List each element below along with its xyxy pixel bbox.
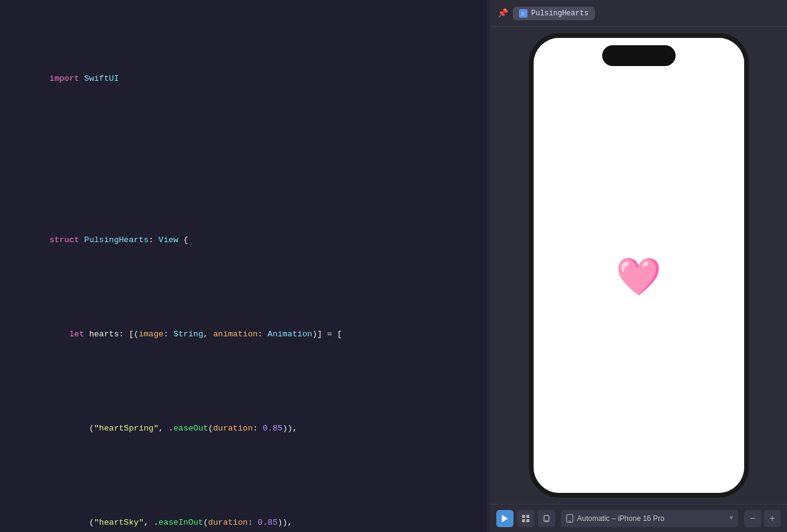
code-line: import SwiftUI	[0, 59, 487, 99]
svg-text:S: S	[521, 12, 524, 16]
preview-tab[interactable]: S PulsingHearts	[513, 7, 595, 20]
grid-button[interactable]	[517, 510, 534, 527]
code-line: let hearts: [(image: String, animation: …	[0, 314, 487, 355]
code-line	[0, 153, 487, 166]
code-line: ("heartSpring", .easeOut(duration: 0.85)…	[0, 408, 487, 449]
zoom-in-button[interactable]: +	[764, 510, 781, 527]
preview-bottombar: Automatic – iPhone 16 Pro ▼ − +	[490, 504, 787, 532]
svg-rect-6	[526, 519, 529, 522]
zoom-out-button[interactable]: −	[744, 510, 761, 527]
device-settings-button[interactable]	[538, 510, 555, 527]
pin-icon[interactable]: 📌	[498, 8, 508, 18]
heart-container: 🩷	[534, 38, 744, 493]
device-chevron-icon: ▼	[729, 515, 733, 522]
code-line: ("heartSky", .easeInOut(duration: 0.85))…	[0, 503, 487, 532]
device-selector[interactable]: Automatic – iPhone 16 Pro ▼	[561, 510, 738, 527]
svg-rect-4	[526, 515, 529, 518]
dynamic-island	[602, 45, 676, 66]
heart-emoji: 🩷	[616, 255, 662, 300]
phone-preview-area: 🩷	[490, 27, 787, 504]
svg-marker-2	[502, 515, 508, 522]
preview-tab-label: PulsingHearts	[531, 9, 589, 18]
preview-panel: 📌 S PulsingHearts 🩷	[490, 0, 787, 532]
code-line: struct PulsingHearts: View {	[0, 220, 487, 260]
svg-rect-5	[522, 519, 525, 522]
zoom-controls: − +	[744, 510, 781, 527]
device-selector-text: Automatic – iPhone 16 Pro	[577, 514, 665, 523]
code-editor[interactable]: import SwiftUI struct PulsingHearts: Vie…	[0, 0, 487, 532]
swift-file-icon: S	[519, 9, 528, 18]
code-content: import SwiftUI struct PulsingHearts: Vie…	[0, 0, 487, 532]
iphone-frame: 🩷	[529, 33, 749, 498]
preview-topbar: 📌 S PulsingHearts	[490, 0, 787, 27]
svg-rect-3	[522, 515, 525, 518]
play-button[interactable]	[496, 510, 513, 527]
